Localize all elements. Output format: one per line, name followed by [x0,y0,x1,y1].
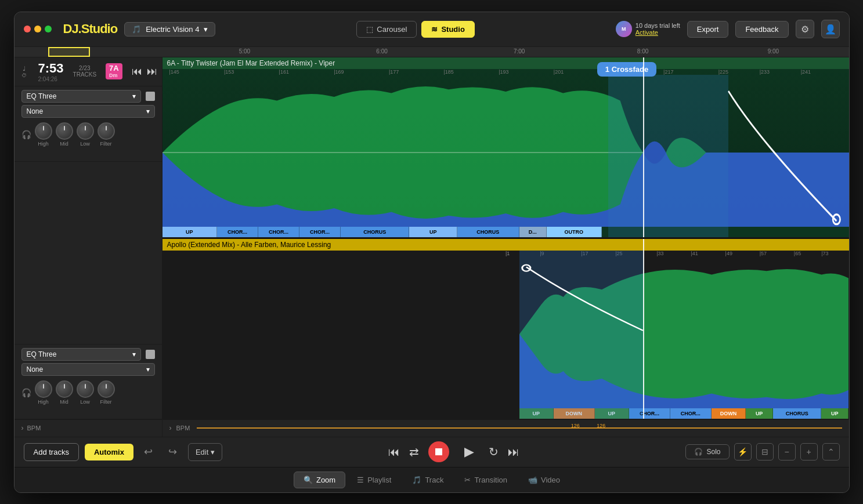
headphone-icon[interactable]: 🎧 [21,130,31,139]
track1-eq-select[interactable]: EQ Three ▾ [21,90,141,103]
tab-zoom[interactable]: 🔍 Zoom [294,472,345,488]
track1-high-knob[interactable]: High [35,122,52,147]
loop-button[interactable]: ↻ [489,445,499,459]
left-panel: ♩ ⏱ 7:53 2:04:26 2/23 TRACKS 7A Dm ⏮ ⏭ [15,57,163,437]
shuffle-button[interactable]: ⇄ [409,445,419,459]
skip-forward-button[interactable]: ⏭ [147,66,157,78]
track2-mid-knob[interactable]: Mid [56,380,73,405]
track1-fx-select[interactable]: None ▾ [21,105,155,118]
main-content: ♩ ⏱ 7:53 2:04:26 2/23 TRACKS 7A Dm ⏮ ⏭ [15,57,849,437]
track1-segments: UP CHOR... CHOR... CHOR... CHORUS UP CHO… [163,227,849,237]
ruler-8: 8:00 [637,48,648,55]
crossfade-popup[interactable]: 1 Crossfade [597,62,656,77]
bpm-expand-icon[interactable]: › [21,424,24,432]
nav-buttons: ⏮ ⏭ [132,66,157,78]
bottom-tabs: 🔍 Zoom ☰ Playlist 🎵 Track ✂ Transition 📹… [15,467,849,492]
ruler-ticks: 5:00 6:00 7:00 8:00 9:00 [163,47,849,57]
export-button[interactable]: Export [687,21,729,38]
tab-track[interactable]: 🎵 Track [403,472,453,488]
right-controls: M 10 days trial left Activate Export Fee… [616,20,840,38]
mixed-badge: M 10 days trial left Activate [616,21,680,37]
track2-eq-row: EQ Three ▾ [21,348,155,361]
app-window: DJ.Studio 🎵 Electric Vision 4 ▾ ⬚ Carous… [14,12,850,493]
track2-segments: UP DOWN UP CHOR... CHOR... DOWN UP CHORU… [163,408,849,419]
play-button[interactable]: ▶ [458,441,479,462]
track1-header: 6A - Titty Twister (Jam El Mar Extended … [163,57,849,69]
mixer-icon-button[interactable]: ⚡ [734,443,752,461]
chevron-down-icon: ▾ [132,350,136,358]
record-button[interactable] [428,441,449,462]
skip-to-end-button[interactable]: ⏭ [508,445,519,459]
close-button[interactable] [24,26,31,32]
mode-controls: ⬚ Carousel ≋ Studio [222,21,608,38]
track2-measures: |1 |9 |17 |25 |33 |41 |49 |57 |65 |73 |8… [163,249,849,260]
automix-button[interactable]: Automix [85,444,133,461]
redo-button[interactable]: ↪ [164,443,182,461]
track2-fx-row: None ▾ [21,363,155,376]
fullscreen-button[interactable] [45,26,52,32]
track2-low-knob[interactable]: Low [77,380,94,405]
track-count: 2/23 TRACKS [73,65,97,78]
tab-playlist[interactable]: ☰ Playlist [348,472,400,488]
studio-icon: ≋ [431,25,438,34]
ruler-highlight [48,47,90,57]
zoom-out-button[interactable]: − [778,443,796,461]
track2-header: Apollo (Extended Mix) - Alle Farben, Mau… [163,239,849,251]
minimize-button[interactable] [34,26,41,32]
track1-low-knob[interactable]: Low [77,122,94,147]
activate-link[interactable]: Activate [635,29,680,36]
track1-mid-knob[interactable]: Mid [56,122,73,147]
gear-icon: ⚙ [801,24,809,35]
project-selector[interactable]: 🎵 Electric Vision 4 ▾ [124,22,215,37]
zoom-icon: 🔍 [304,476,313,484]
bpm-line: 126 126 [197,427,842,429]
bpm-bar: › BPM 126 126 [163,419,849,437]
track2-row[interactable]: Apollo (Extended Mix) - Alle Farben, Mau… [163,239,849,419]
ruler-5: 5:00 [239,48,250,55]
bpm-label: BPM [176,425,190,432]
mixed-logo: M [616,21,632,37]
user-button[interactable]: 👤 [821,20,840,38]
add-tracks-button[interactable]: Add tracks [24,443,79,461]
skip-to-start-button[interactable]: ⏮ [388,445,400,459]
track2-deck [146,350,155,359]
track1-row[interactable]: 6A - Titty Twister (Jam El Mar Extended … [163,57,849,238]
chevron-down-icon: ▾ [146,365,150,374]
track2-crossfade-overlay [519,239,643,419]
traffic-lights [24,26,52,32]
tab-video[interactable]: 📹 Video [519,472,569,488]
expand-button[interactable]: ⌃ [822,443,840,461]
track1-filter-knob[interactable]: Filter [98,122,115,147]
ruler-left [15,47,163,57]
headphone-icon: 🎧 [694,448,703,456]
track1-eq-section: EQ Three ▾ None ▾ 🎧 High [15,86,162,162]
feedback-button[interactable]: Feedback [735,21,788,38]
chevron-down-icon: ▾ [211,448,215,456]
skip-back-button[interactable]: ⏮ [132,66,142,78]
track2-fx-select[interactable]: None ▾ [21,363,155,376]
settings-button[interactable]: ⚙ [796,20,814,38]
studio-button[interactable]: ≋ Studio [421,21,474,38]
view-icon-button[interactable]: ⊟ [756,443,774,461]
headphone-icon[interactable]: 🎧 [21,388,31,397]
edit-button[interactable]: Edit ▾ [188,443,222,461]
record-icon [435,448,442,455]
key-badge: 7A Dm [106,63,122,79]
zoom-in-button[interactable]: + [800,443,818,461]
ruler-6: 6:00 [376,48,387,55]
track1-fx-row: None ▾ [21,105,155,118]
track2-filter-knob[interactable]: Filter [98,380,115,405]
tab-transition[interactable]: ✂ Transition [455,472,517,488]
bpm-expand-btn[interactable]: › [169,424,172,432]
chevron-down-icon: ▾ [146,107,150,115]
playlist-icon: ☰ [357,476,364,484]
track1-eq-row: EQ Three ▾ [21,90,155,103]
ruler-9: 9:00 [768,48,779,55]
track2-eq-select[interactable]: EQ Three ▾ [21,348,141,361]
undo-button[interactable]: ↩ [139,443,158,461]
carousel-button[interactable]: ⬚ Carousel [356,21,417,38]
track2-knobs: 🎧 High Mid Low Filter [21,378,155,405]
carousel-icon: ⬚ [366,25,373,34]
solo-button[interactable]: 🎧 Solo [685,444,729,459]
track2-high-knob[interactable]: High [35,380,52,405]
